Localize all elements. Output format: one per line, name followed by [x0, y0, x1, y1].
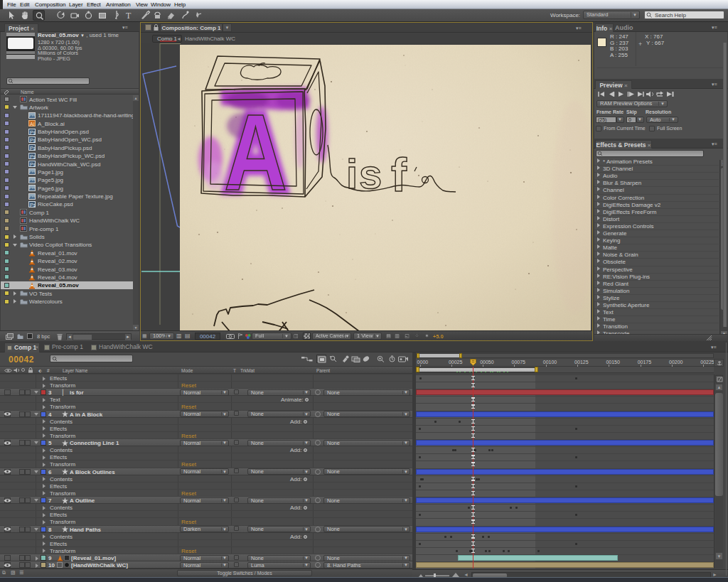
svg-text:Ai: Ai	[30, 122, 35, 126]
svg-text:Ps: Ps	[30, 153, 36, 158]
svg-text:Ps: Ps	[30, 162, 36, 167]
svg-text:T: T	[126, 11, 132, 21]
svg-text:Ps: Ps	[30, 146, 36, 151]
svg-text:is: is	[346, 151, 383, 197]
svg-text:A: A	[224, 92, 287, 212]
svg-text:Ps: Ps	[30, 129, 36, 134]
svg-text:Ps: Ps	[30, 137, 36, 142]
svg-text:f: f	[391, 149, 407, 201]
svg-text:Ps: Ps	[30, 202, 36, 207]
